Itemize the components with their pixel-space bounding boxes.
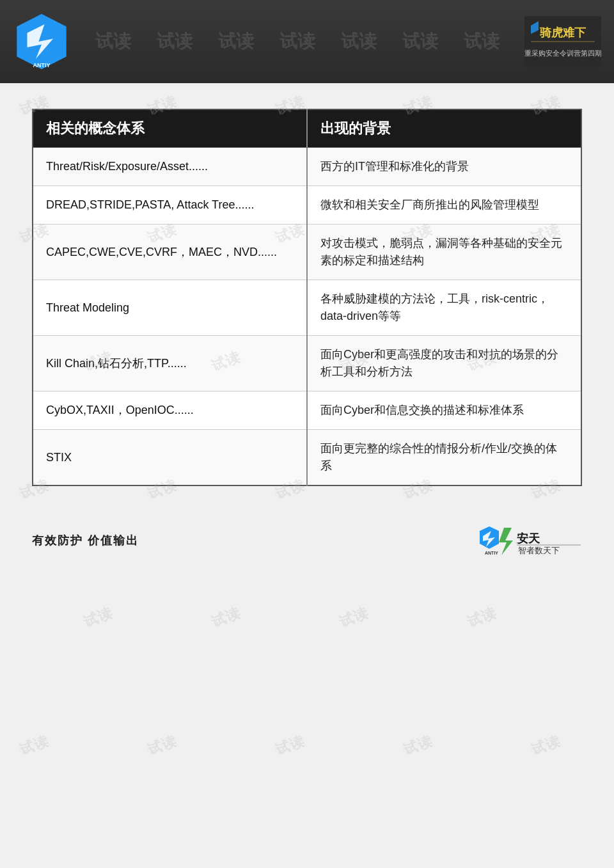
table-cell-left-4: Kill Chain,钻石分析,TTP......	[33, 336, 307, 391]
table-cell-left-0: Threat/Risk/Exposure/Asset......	[33, 148, 307, 186]
svg-text:ANTIY: ANTIY	[33, 62, 51, 68]
watermark-23: 试读	[17, 731, 52, 760]
watermark-24: 试读	[145, 731, 180, 760]
header-wm-6: 试读	[402, 29, 438, 54]
footer: 有效防护 价值输出 ANTIY 安天 智者数天下	[0, 505, 614, 569]
table-cell-left-6: STIX	[33, 430, 307, 486]
header-right-logo: 骑虎难下 重采购安全令训营第四期	[524, 16, 601, 67]
table-cell-right-4: 面向Cyber和更高强度的攻击和对抗的场景的分析工具和分析方法	[307, 336, 581, 391]
antiy-logo: ANTIY	[13, 13, 70, 70]
footer-logo: ANTIY 安天 智者数天下	[480, 525, 582, 556]
footer-slogan: 有效防护 价值输出	[32, 533, 139, 548]
header-wm-5: 试读	[341, 29, 377, 54]
table-cell-left-5: CybOX,TAXII，OpenIOC......	[33, 391, 307, 430]
table-row: DREAD,STRIDE,PASTA, Attack Tree......微软和…	[33, 186, 581, 225]
table-cell-right-5: 面向Cyber和信息交换的描述和标准体系	[307, 391, 581, 430]
header: ANTIY 试读 试读 试读 试读 试读 试读 试读 骑虎难下 重采购安全令训营…	[0, 0, 614, 83]
svg-text:ANTIY: ANTIY	[485, 551, 498, 555]
watermark-22: 试读	[464, 603, 500, 632]
svg-text:骑虎难下: 骑虎难下	[539, 26, 586, 39]
table-cell-right-1: 微软和相关安全厂商所推出的风险管理模型	[307, 186, 581, 225]
svg-text:重采购安全令训营第四期: 重采购安全令训营第四期	[524, 49, 601, 57]
header-wm-2: 试读	[157, 29, 193, 54]
main-content: 相关的概念体系 出现的背景 Threat/Risk/Exposure/Asset…	[0, 83, 614, 505]
watermark-26: 试读	[400, 731, 436, 760]
table-row: CAPEC,CWE,CVE,CVRF，MAEC，NVD......对攻击模式，脆…	[33, 225, 581, 280]
header-wm-3: 试读	[218, 29, 254, 54]
table-cell-left-1: DREAD,STRIDE,PASTA, Attack Tree......	[33, 186, 307, 225]
table-header-left: 相关的概念体系	[33, 109, 307, 148]
table-cell-right-2: 对攻击模式，脆弱点，漏洞等各种基础的安全元素的标定和描述结构	[307, 225, 581, 280]
watermark-27: 试读	[528, 731, 563, 760]
concept-table: 相关的概念体系 出现的背景 Threat/Risk/Exposure/Asset…	[32, 109, 582, 486]
watermark-21: 试读	[336, 603, 372, 632]
table-row: Threat/Risk/Exposure/Asset......西方的IT管理和…	[33, 148, 581, 186]
table-cell-left-3: Threat Modeling	[33, 280, 307, 336]
watermark-25: 试读	[272, 731, 308, 760]
svg-text:安天: 安天	[516, 532, 540, 545]
header-wm-4: 试读	[279, 29, 315, 54]
table-header-right: 出现的背景	[307, 109, 581, 148]
header-wm-1: 试读	[95, 29, 131, 54]
header-wm-7: 试读	[464, 29, 500, 54]
table-cell-left-2: CAPEC,CWE,CVE,CVRF，MAEC，NVD......	[33, 225, 307, 280]
table-cell-right-3: 各种威胁建模的方法论，工具，risk-centric，data-driven等等	[307, 280, 581, 336]
table-row: Kill Chain,钻石分析,TTP......面向Cyber和更高强度的攻击…	[33, 336, 581, 391]
watermark-20: 试读	[209, 603, 244, 632]
table-row: STIX面向更完整的综合性的情报分析/作业/交换的体系	[33, 430, 581, 486]
table-cell-right-6: 面向更完整的综合性的情报分析/作业/交换的体系	[307, 430, 581, 486]
watermark-19: 试读	[81, 603, 116, 632]
table-row: Threat Modeling各种威胁建模的方法论，工具，risk-centri…	[33, 280, 581, 336]
table-cell-right-0: 西方的IT管理和标准化的背景	[307, 148, 581, 186]
table-row: CybOX,TAXII，OpenIOC......面向Cyber和信息交换的描述…	[33, 391, 581, 430]
header-watermarks: 试读 试读 试读 试读 试读 试读 试读	[70, 29, 524, 54]
svg-marker-9	[499, 528, 513, 555]
svg-text:智者数天下: 智者数天下	[518, 546, 560, 555]
svg-marker-7	[480, 526, 499, 549]
